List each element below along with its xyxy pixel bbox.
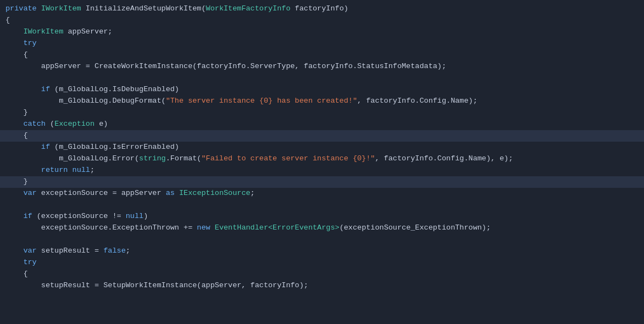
- code-line: [0, 199, 644, 211]
- code-line: if (m_GlobalLog.IsDebugEnabled): [0, 84, 644, 96]
- code-line: var setupResult = false;: [0, 245, 644, 257]
- code-line: IWorkItem appServer;: [0, 26, 644, 38]
- code-line: {: [0, 15, 644, 26]
- code-line: try: [0, 257, 644, 269]
- code-line: appServer = CreateWorkItemInstance(facto…: [0, 61, 644, 72]
- code-line: if (exceptionSource != null): [0, 211, 644, 222]
- code-line: {: [0, 130, 644, 142]
- code-line: if (m_GlobalLog.IsErrorEnabled): [0, 142, 644, 153]
- code-line: }: [0, 176, 644, 188]
- code-line: var exceptionSource = appServer as IExce…: [0, 188, 644, 199]
- code-line: setupResult = SetupWorkItemInstance(appS…: [0, 280, 644, 292]
- code-line: }: [0, 107, 644, 119]
- code-line: [0, 72, 644, 84]
- code-line: exceptionSource.ExceptionThrown += new E…: [0, 222, 644, 234]
- code-line: [0, 234, 644, 245]
- code-line: try: [0, 38, 644, 49]
- code-line: return null;: [0, 165, 644, 176]
- code-line: private IWorkItem InitializeAndSetupWork…: [0, 3, 644, 15]
- code-line: {: [0, 49, 644, 61]
- code-line: m_GlobalLog.DebugFormat("The server inst…: [0, 96, 644, 107]
- code-line: catch (Exception e): [0, 119, 644, 130]
- code-editor: private IWorkItem InitializeAndSetupWork…: [0, 0, 644, 324]
- code-line: {: [0, 269, 644, 280]
- code-line: m_GlobalLog.Error(string.Format("Failed …: [0, 153, 644, 165]
